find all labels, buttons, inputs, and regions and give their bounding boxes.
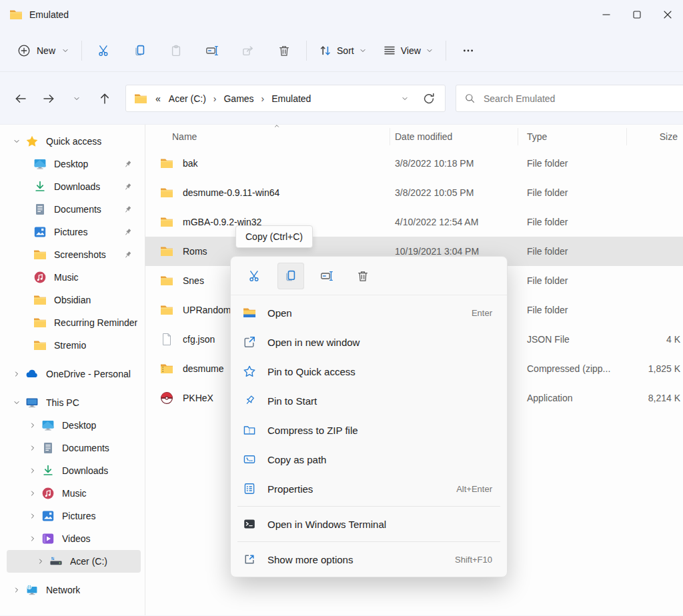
network-icon bbox=[25, 583, 39, 597]
file-type: File folder bbox=[518, 158, 626, 169]
file-name: PKHeX bbox=[183, 393, 213, 403]
more-options-button[interactable] bbox=[450, 36, 486, 65]
terminal-icon bbox=[243, 517, 256, 531]
expand-chevron-icon[interactable] bbox=[8, 137, 25, 145]
sidebar-item-label: Downloads bbox=[54, 181, 100, 192]
sidebar-item-network[interactable]: Network bbox=[0, 579, 142, 601]
new-button[interactable]: New bbox=[9, 37, 77, 64]
close-button[interactable] bbox=[652, 0, 683, 29]
back-icon bbox=[14, 92, 27, 105]
menu-item-pin-to-quick-access[interactable]: Pin to Quick access bbox=[233, 357, 504, 386]
sidebar-item-label: Pictures bbox=[62, 511, 96, 521]
downloads-icon bbox=[33, 180, 47, 193]
sidebar-item-label: Obsidian bbox=[54, 295, 91, 305]
collapsed-chevron-icon[interactable] bbox=[8, 586, 25, 594]
view-button[interactable]: View bbox=[375, 37, 442, 64]
menu-item-properties[interactable]: Properties Alt+Enter bbox=[233, 474, 504, 503]
up-button[interactable] bbox=[91, 85, 119, 112]
sidebar-item-label: Music bbox=[62, 488, 87, 499]
file-row-bak[interactable]: bak 3/8/2022 10:18 PM File folder bbox=[145, 149, 683, 178]
collapsed-chevron-icon[interactable] bbox=[24, 512, 41, 520]
file-type: File folder bbox=[518, 305, 626, 315]
cut-button[interactable] bbox=[86, 36, 122, 65]
desktop-icon bbox=[33, 157, 47, 171]
collapsed-chevron-icon[interactable] bbox=[32, 557, 49, 565]
menu-item-label: Open in new window bbox=[267, 337, 360, 348]
sidebar-item-videos-pc[interactable]: Videos bbox=[0, 527, 142, 550]
window-folder-icon bbox=[9, 8, 23, 21]
address-dropdown-icon[interactable] bbox=[401, 95, 409, 103]
minimize-button[interactable] bbox=[591, 0, 622, 29]
sidebar-item-documents-qa[interactable]: Documents bbox=[0, 198, 142, 221]
sidebar-item-screenshots[interactable]: Screenshots bbox=[0, 243, 142, 266]
sort-button[interactable]: Sort bbox=[311, 37, 375, 64]
column-header-name[interactable]: Name bbox=[145, 131, 390, 142]
sidebar-item-desktop-pc[interactable]: Desktop bbox=[0, 414, 142, 437]
back-button[interactable] bbox=[7, 85, 35, 112]
column-header-size[interactable]: Size bbox=[626, 131, 683, 142]
recent-locations-button[interactable] bbox=[63, 85, 91, 112]
sidebar-item-stremio[interactable]: Stremio bbox=[0, 334, 142, 357]
sidebar-item-documents-pc[interactable]: Documents bbox=[0, 437, 142, 459]
title-bar: Emulated bbox=[0, 0, 683, 29]
menu-item-copy-as-path[interactable]: Copy as path bbox=[233, 445, 504, 474]
copy-button[interactable] bbox=[122, 36, 158, 65]
breadcrumb-item-emulated[interactable]: Emulated bbox=[270, 92, 312, 105]
sidebar-item-recurring-reminder[interactable]: Recurring Reminder bbox=[0, 311, 142, 334]
collapsed-chevron-icon[interactable] bbox=[24, 535, 41, 543]
sidebar-item-music-pc[interactable]: Music bbox=[0, 482, 142, 505]
menu-item-open[interactable]: Open Enter bbox=[233, 298, 504, 327]
sidebar-item-this-pc[interactable]: This PC bbox=[0, 391, 142, 414]
column-header-type[interactable]: Type bbox=[518, 131, 626, 142]
sidebar-item-downloads-qa[interactable]: Downloads bbox=[0, 175, 142, 198]
menu-item-compress-to-zip[interactable]: Compress to ZIP file bbox=[233, 415, 504, 445]
pin-outline-icon bbox=[243, 394, 256, 407]
sidebar-item-quick-access[interactable]: Quick access bbox=[0, 130, 142, 153]
column-divider[interactable] bbox=[626, 128, 627, 145]
menu-item-open-in-new-window[interactable]: Open in new window bbox=[233, 327, 504, 357]
sidebar-item-label: Quick access bbox=[46, 136, 101, 147]
breadcrumb-item-drive[interactable]: Acer (C:) bbox=[167, 92, 207, 105]
sidebar-item-onedrive[interactable]: OneDrive - Personal bbox=[0, 363, 142, 385]
sidebar-item-pictures-qa[interactable]: Pictures bbox=[0, 221, 142, 243]
delete-icon bbox=[356, 269, 370, 283]
sidebar-item-music-qa[interactable]: Music bbox=[0, 266, 142, 289]
sidebar-item-label: Acer (C:) bbox=[70, 556, 107, 567]
rename-button[interactable] bbox=[194, 36, 230, 65]
collapsed-chevron-icon[interactable] bbox=[24, 489, 41, 497]
maximize-button[interactable] bbox=[622, 0, 652, 29]
sidebar-item-pictures-pc[interactable]: Pictures bbox=[0, 505, 142, 527]
expand-chevron-icon[interactable] bbox=[8, 399, 25, 407]
breadcrumb-collapse[interactable]: « bbox=[154, 92, 162, 105]
sidebar-item-acer-c-drive[interactable]: Acer (C:) bbox=[7, 550, 141, 573]
sidebar-item-obsidian[interactable]: Obsidian bbox=[0, 289, 142, 311]
menu-item-open-in-windows-terminal[interactable]: Open in Windows Terminal bbox=[233, 509, 504, 539]
ctx-rename-button[interactable] bbox=[313, 263, 340, 289]
forward-button[interactable] bbox=[35, 85, 63, 112]
sidebar-item-desktop-qa[interactable]: Desktop bbox=[0, 153, 142, 175]
share-button[interactable] bbox=[230, 36, 266, 65]
collapsed-chevron-icon[interactable] bbox=[24, 444, 41, 452]
breadcrumb[interactable]: « Acer (C:) › Games › Emulated bbox=[125, 85, 446, 112]
ctx-delete-button[interactable] bbox=[350, 263, 376, 289]
ctx-copy-button[interactable] bbox=[277, 263, 304, 289]
file-row-desmume-folder[interactable]: desmume-0.9.11-win64 3/8/2022 10:05 PM F… bbox=[145, 178, 683, 207]
ctx-cut-button[interactable] bbox=[241, 263, 268, 289]
delete-button[interactable] bbox=[266, 36, 302, 65]
collapsed-chevron-icon[interactable] bbox=[8, 370, 25, 378]
column-divider[interactable] bbox=[390, 128, 390, 145]
file-date: 3/8/2022 10:18 PM bbox=[390, 158, 518, 169]
column-header-date-modified[interactable]: Date modified bbox=[390, 131, 518, 142]
paste-button[interactable] bbox=[158, 36, 194, 65]
refresh-icon[interactable] bbox=[422, 92, 436, 105]
column-divider[interactable] bbox=[518, 128, 518, 145]
menu-item-pin-to-start[interactable]: Pin to Start bbox=[233, 386, 504, 415]
breadcrumb-item-games[interactable]: Games bbox=[222, 92, 255, 105]
sidebar-item-label: Stremio bbox=[54, 340, 86, 351]
collapsed-chevron-icon[interactable] bbox=[24, 467, 41, 475]
collapsed-chevron-icon[interactable] bbox=[24, 421, 41, 429]
file-row-mgba[interactable]: mGBA-0.9.2-win32 4/10/2022 12:54 AM File… bbox=[145, 207, 683, 237]
menu-item-show-more-options[interactable]: Show more options Shift+F10 bbox=[233, 545, 504, 574]
sidebar-item-downloads-pc[interactable]: Downloads bbox=[0, 459, 142, 482]
search-input[interactable] bbox=[484, 93, 644, 104]
